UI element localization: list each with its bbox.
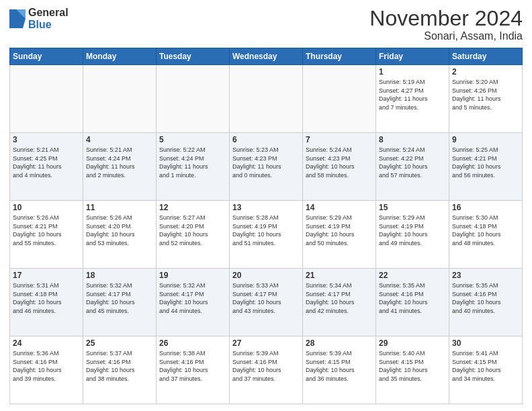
day-number: 6: [232, 135, 300, 144]
day-number: 14: [306, 203, 373, 212]
day-cell: 24Sunrise: 5:36 AM Sunset: 4:16 PM Dayli…: [10, 336, 83, 404]
day-info: Sunrise: 5:27 AM Sunset: 4:20 PM Dayligh…: [159, 214, 226, 247]
day-number: 29: [379, 338, 446, 348]
day-info: Sunrise: 5:40 AM Sunset: 4:15 PM Dayligh…: [379, 349, 446, 383]
day-cell: [10, 65, 83, 133]
day-cell: 16Sunrise: 5:30 AM Sunset: 4:18 PM Dayli…: [449, 201, 523, 269]
day-number: 16: [452, 203, 519, 212]
day-cell: 7Sunrise: 5:24 AM Sunset: 4:23 PM Daylig…: [303, 133, 376, 201]
day-cell: 8Sunrise: 5:24 AM Sunset: 4:22 PM Daylig…: [376, 133, 449, 201]
col-header-sunday: Sunday: [10, 48, 83, 65]
day-cell: 22Sunrise: 5:35 AM Sunset: 4:16 PM Dayli…: [376, 269, 449, 336]
day-info: Sunrise: 5:41 AM Sunset: 4:15 PM Dayligh…: [452, 349, 519, 383]
day-number: 18: [86, 271, 153, 280]
day-info: Sunrise: 5:36 AM Sunset: 4:16 PM Dayligh…: [13, 349, 80, 383]
day-cell: 13Sunrise: 5:28 AM Sunset: 4:19 PM Dayli…: [230, 201, 303, 269]
day-number: 19: [159, 271, 226, 280]
day-info: Sunrise: 5:35 AM Sunset: 4:16 PM Dayligh…: [379, 281, 446, 315]
day-number: 21: [306, 271, 373, 280]
location-title: Sonari, Assam, India: [369, 30, 523, 42]
day-cell: 28Sunrise: 5:39 AM Sunset: 4:15 PM Dayli…: [303, 336, 376, 404]
day-info: Sunrise: 5:29 AM Sunset: 4:19 PM Dayligh…: [379, 214, 446, 247]
day-info: Sunrise: 5:33 AM Sunset: 4:17 PM Dayligh…: [232, 281, 300, 315]
day-number: 22: [379, 271, 446, 280]
day-number: 30: [452, 338, 519, 348]
day-cell: 19Sunrise: 5:32 AM Sunset: 4:17 PM Dayli…: [157, 269, 230, 336]
day-cell: 3Sunrise: 5:21 AM Sunset: 4:25 PM Daylig…: [10, 133, 83, 201]
day-cell: 11Sunrise: 5:26 AM Sunset: 4:20 PM Dayli…: [83, 201, 157, 269]
day-number: 5: [159, 135, 226, 144]
month-title: November 2024: [369, 7, 523, 30]
day-cell: 4Sunrise: 5:21 AM Sunset: 4:24 PM Daylig…: [83, 133, 157, 201]
day-info: Sunrise: 5:31 AM Sunset: 4:18 PM Dayligh…: [13, 281, 80, 315]
day-cell: 21Sunrise: 5:34 AM Sunset: 4:17 PM Dayli…: [303, 269, 376, 336]
day-cell: 9Sunrise: 5:25 AM Sunset: 4:21 PM Daylig…: [449, 133, 523, 201]
title-block: November 2024 Sonari, Assam, India: [369, 7, 523, 42]
day-number: 11: [86, 203, 153, 212]
col-header-saturday: Saturday: [449, 48, 523, 65]
day-number: 28: [306, 338, 373, 348]
day-number: 4: [86, 135, 153, 144]
day-number: 9: [452, 135, 519, 144]
col-header-wednesday: Wednesday: [230, 48, 303, 65]
day-number: 20: [232, 271, 300, 280]
day-info: Sunrise: 5:39 AM Sunset: 4:16 PM Dayligh…: [232, 349, 300, 383]
day-info: Sunrise: 5:19 AM Sunset: 4:27 PM Dayligh…: [379, 78, 446, 111]
day-cell: 14Sunrise: 5:29 AM Sunset: 4:19 PM Dayli…: [303, 201, 376, 269]
col-header-monday: Monday: [83, 48, 157, 65]
day-cell: 12Sunrise: 5:27 AM Sunset: 4:20 PM Dayli…: [157, 201, 230, 269]
day-cell: 25Sunrise: 5:37 AM Sunset: 4:16 PM Dayli…: [83, 336, 157, 404]
day-info: Sunrise: 5:32 AM Sunset: 4:17 PM Dayligh…: [159, 281, 226, 315]
day-info: Sunrise: 5:26 AM Sunset: 4:21 PM Dayligh…: [13, 214, 80, 247]
day-cell: 2Sunrise: 5:20 AM Sunset: 4:26 PM Daylig…: [449, 65, 523, 133]
day-number: 26: [159, 338, 226, 348]
day-info: Sunrise: 5:25 AM Sunset: 4:21 PM Dayligh…: [452, 146, 519, 179]
day-info: Sunrise: 5:34 AM Sunset: 4:17 PM Dayligh…: [306, 281, 373, 315]
day-cell: 23Sunrise: 5:35 AM Sunset: 4:16 PM Dayli…: [449, 269, 523, 336]
day-info: Sunrise: 5:21 AM Sunset: 4:24 PM Dayligh…: [86, 146, 153, 179]
day-number: 24: [13, 338, 80, 348]
logo-general-text: General: [28, 7, 69, 19]
day-info: Sunrise: 5:38 AM Sunset: 4:16 PM Dayligh…: [159, 349, 226, 383]
day-number: 25: [86, 338, 153, 348]
day-cell: 26Sunrise: 5:38 AM Sunset: 4:16 PM Dayli…: [157, 336, 230, 404]
logo: General Blue: [9, 7, 69, 30]
day-cell: 27Sunrise: 5:39 AM Sunset: 4:16 PM Dayli…: [230, 336, 303, 404]
day-number: 13: [232, 203, 300, 212]
calendar-table: SundayMondayTuesdayWednesdayThursdayFrid…: [9, 48, 523, 404]
week-row-5: 24Sunrise: 5:36 AM Sunset: 4:16 PM Dayli…: [10, 336, 523, 404]
day-info: Sunrise: 5:23 AM Sunset: 4:23 PM Dayligh…: [232, 146, 300, 179]
day-cell: 6Sunrise: 5:23 AM Sunset: 4:23 PM Daylig…: [230, 133, 303, 201]
day-info: Sunrise: 5:20 AM Sunset: 4:26 PM Dayligh…: [452, 78, 519, 111]
day-cell: 5Sunrise: 5:22 AM Sunset: 4:24 PM Daylig…: [157, 133, 230, 201]
week-row-1: 1Sunrise: 5:19 AM Sunset: 4:27 PM Daylig…: [10, 65, 523, 133]
week-row-2: 3Sunrise: 5:21 AM Sunset: 4:25 PM Daylig…: [10, 133, 523, 201]
day-number: 27: [232, 338, 300, 348]
day-info: Sunrise: 5:35 AM Sunset: 4:16 PM Dayligh…: [452, 281, 519, 315]
logo-text: General Blue: [28, 7, 69, 30]
day-number: 2: [452, 67, 519, 77]
week-row-3: 10Sunrise: 5:26 AM Sunset: 4:21 PM Dayli…: [10, 201, 523, 269]
day-cell: 29Sunrise: 5:40 AM Sunset: 4:15 PM Dayli…: [376, 336, 449, 404]
col-header-friday: Friday: [376, 48, 449, 65]
day-cell: 10Sunrise: 5:26 AM Sunset: 4:21 PM Dayli…: [10, 201, 83, 269]
day-number: 10: [13, 203, 80, 212]
day-info: Sunrise: 5:26 AM Sunset: 4:20 PM Dayligh…: [86, 214, 153, 247]
col-header-thursday: Thursday: [303, 48, 376, 65]
day-number: 17: [13, 271, 80, 280]
day-number: 15: [379, 203, 446, 212]
day-cell: 18Sunrise: 5:32 AM Sunset: 4:17 PM Dayli…: [83, 269, 157, 336]
header: General Blue November 2024 Sonari, Assam…: [9, 7, 523, 42]
day-info: Sunrise: 5:24 AM Sunset: 4:23 PM Dayligh…: [306, 146, 373, 179]
day-number: 8: [379, 135, 446, 144]
logo-icon: [9, 9, 26, 28]
day-info: Sunrise: 5:32 AM Sunset: 4:17 PM Dayligh…: [86, 281, 153, 315]
day-cell: [303, 65, 376, 133]
day-info: Sunrise: 5:24 AM Sunset: 4:22 PM Dayligh…: [379, 146, 446, 179]
day-cell: 17Sunrise: 5:31 AM Sunset: 4:18 PM Dayli…: [10, 269, 83, 336]
day-info: Sunrise: 5:28 AM Sunset: 4:19 PM Dayligh…: [232, 214, 300, 247]
day-cell: 20Sunrise: 5:33 AM Sunset: 4:17 PM Dayli…: [230, 269, 303, 336]
day-cell: [230, 65, 303, 133]
day-number: 1: [379, 67, 446, 77]
page: General Blue November 2024 Sonari, Assam…: [0, 0, 532, 411]
